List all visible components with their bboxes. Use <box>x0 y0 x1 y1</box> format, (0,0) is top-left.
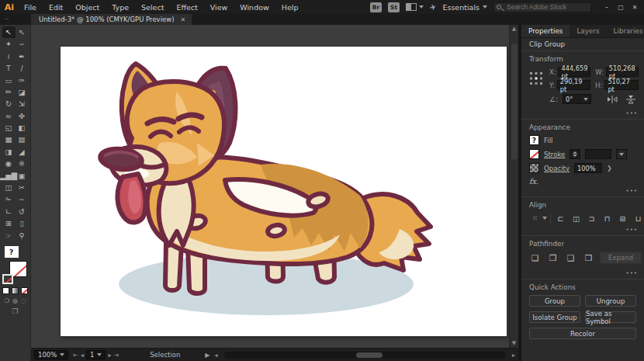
menu-help[interactable]: Help <box>276 2 304 13</box>
effects-button[interactable]: fx. <box>529 177 538 186</box>
eyedropper-tool[interactable]: ◢ <box>16 146 29 158</box>
workspace-switcher[interactable]: Essentials <box>442 3 487 12</box>
appearance-more-options[interactable]: ••• <box>626 188 638 194</box>
isolate-group-button[interactable]: Isolate Group <box>529 311 580 323</box>
draw-normal-mode-icon[interactable]: ❍ <box>4 297 9 304</box>
horizontal-scroll-thumb[interactable] <box>356 352 383 358</box>
horizontal-align-left[interactable]: ⊏ <box>555 213 566 224</box>
stroke-weight-stepper[interactable] <box>570 149 580 159</box>
recolor-button[interactable]: Recolor <box>529 328 636 339</box>
type-tool[interactable]: T <box>2 62 16 74</box>
stroke-weight-dropdown[interactable] <box>616 149 627 159</box>
selection-tool[interactable]: ↖ <box>2 26 16 38</box>
rotate-tool[interactable]: ↻ <box>2 98 16 109</box>
opacity-options-icon[interactable]: ❯ <box>607 165 612 172</box>
gradient-tool[interactable]: ◨ <box>2 146 16 158</box>
menu-object[interactable]: Object <box>70 2 105 13</box>
opacity-input[interactable]: 100% <box>574 163 602 173</box>
menu-window[interactable]: Window <box>234 2 274 13</box>
canvas-pasteboard[interactable]: ▲ ▼ <box>31 25 518 348</box>
horizontal-scrollbar[interactable] <box>224 352 506 359</box>
symbol-sprayer-tool[interactable]: ※ <box>16 158 29 169</box>
color-button[interactable] <box>2 287 9 294</box>
lasso-tool[interactable]: ∽ <box>16 38 29 50</box>
close-button[interactable]: ✕ <box>628 2 641 12</box>
maximize-button[interactable]: ▢ <box>615 2 627 12</box>
vertical-align-bottom[interactable]: ⊔ <box>632 213 644 224</box>
pen-tool[interactable]: ✒ <box>16 50 29 62</box>
pathfinder-exclude[interactable]: ❒ <box>583 252 594 263</box>
status-flyout-icon[interactable]: ▶ <box>205 352 209 359</box>
pathfinder-more-options[interactable]: ••• <box>626 270 638 276</box>
horizontal-align-right[interactable]: ⊐ <box>586 213 597 224</box>
stroke-label[interactable]: Stroke <box>544 151 565 158</box>
perspective-grid-tool[interactable]: ▦ <box>2 134 16 146</box>
eraser-tool[interactable]: ◪ <box>16 86 29 98</box>
stroke-swatch[interactable] <box>2 274 13 284</box>
draw-inside-mode-icon[interactable]: ◌ <box>21 297 26 304</box>
menu-type[interactable]: Type <box>106 2 134 13</box>
vertical-align-center[interactable]: ⊟ <box>617 213 628 224</box>
artboard[interactable] <box>61 47 507 336</box>
none-button[interactable] <box>21 287 28 294</box>
rectangle-tool[interactable]: ▭ <box>2 75 16 86</box>
scroll-down-icon[interactable]: ▼ <box>512 341 516 346</box>
gradient-button[interactable] <box>12 287 19 294</box>
opacity-icon[interactable] <box>529 163 539 173</box>
line-segment-tool[interactable]: ∕ <box>16 62 29 74</box>
horizontal-align-center[interactable]: ◫ <box>570 213 582 224</box>
measure-tool[interactable]: ∟ <box>2 206 16 217</box>
slice-tool[interactable]: ◫ <box>2 182 16 193</box>
rotate-view-tool[interactable]: ↺ <box>16 206 29 217</box>
pencil-tool[interactable]: ✏ <box>2 86 16 98</box>
flip-vertical-icon[interactable] <box>625 95 636 104</box>
hand-tool[interactable]: ☞ <box>2 230 16 241</box>
menu-edit[interactable]: Edit <box>43 2 68 13</box>
tab-close-icon[interactable]: ✕ <box>181 16 186 23</box>
minimize-button[interactable]: – <box>601 2 613 12</box>
smooth-tool[interactable]: ∼ <box>16 193 29 205</box>
tab-layers[interactable]: Layers <box>570 25 606 37</box>
stock-search-input[interactable] <box>493 2 591 12</box>
mesh-tool[interactable]: ▤ <box>16 134 29 146</box>
save-as-symbol-button[interactable]: Save as Symbol <box>585 311 636 323</box>
curvature-tool[interactable]: ≀ <box>2 50 16 62</box>
fill-color-swatch[interactable]: ? <box>529 135 539 145</box>
group-button[interactable]: Group <box>529 295 580 307</box>
bridge-button[interactable]: Br <box>370 2 382 12</box>
corgi-illustration[interactable] <box>61 47 507 336</box>
magic-wand-tool[interactable]: ✦ <box>2 38 16 50</box>
hscroll-right-icon[interactable]: ▸ <box>512 352 515 359</box>
tab-libraries[interactable]: Libraries <box>607 25 644 37</box>
paintbrush-tool[interactable]: ✑ <box>16 75 29 86</box>
scissors-tool[interactable]: ✂ <box>16 182 29 193</box>
menu-file[interactable]: File <box>19 2 42 13</box>
blend-tool[interactable]: ◉ <box>2 158 16 169</box>
print-tiling-tool[interactable]: ⊞ <box>2 217 16 229</box>
pathfinder-unite[interactable]: ❏ <box>529 252 541 263</box>
stroke-weight-input[interactable] <box>585 149 611 159</box>
vertical-scroll-thumb[interactable] <box>511 43 518 160</box>
pathfinder-intersect[interactable]: ❑ <box>565 252 576 263</box>
menu-select[interactable]: Select <box>136 2 169 13</box>
screen-mode-icon[interactable]: ❐ <box>12 307 18 315</box>
draw-behind-mode-icon[interactable]: ◍ <box>12 297 18 304</box>
knife-tool[interactable]: ✁ <box>2 193 16 205</box>
scale-tool[interactable]: ⇲ <box>16 98 29 109</box>
artboard-tool[interactable]: ▣ <box>16 170 29 182</box>
hscroll-left-icon[interactable]: ◂ <box>215 352 218 359</box>
next-artboard-button[interactable]: ▸ <box>108 352 111 359</box>
rotate-angle-select[interactable]: 0° <box>563 94 591 104</box>
tab-properties[interactable]: Properties <box>521 25 570 37</box>
menu-view[interactable]: View <box>205 2 234 13</box>
document-tab[interactable]: Untitled-3* @ 100% (CMYK/GPU Preview) ✕ <box>31 14 192 25</box>
shape-builder-tool[interactable]: ◱ <box>2 122 16 134</box>
stock-button[interactable]: St <box>388 2 400 12</box>
live-paint-bucket-tool[interactable]: ◧ <box>16 122 29 134</box>
zoom-level-select[interactable]: 100% <box>34 350 68 359</box>
direct-selection-tool[interactable]: ⇖ <box>16 26 29 38</box>
scroll-up-icon[interactable]: ▲ <box>512 26 516 32</box>
stroke-color-swatch[interactable] <box>529 149 539 159</box>
first-artboard-button[interactable]: ⇤ <box>73 352 78 359</box>
ungroup-button[interactable]: Ungroup <box>585 295 636 307</box>
